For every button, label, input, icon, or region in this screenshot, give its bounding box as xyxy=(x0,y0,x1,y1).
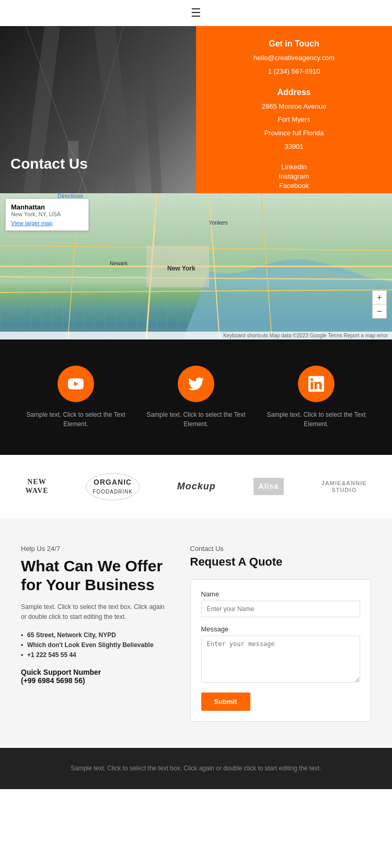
message-form-group: Message xyxy=(201,625,361,685)
hamburger-icon[interactable]: ☰ xyxy=(191,6,201,20)
logo-organic: ORGANICFOODADRINK xyxy=(86,473,140,500)
logo-mockup-text: Mockup xyxy=(177,481,216,492)
offer-list-item-1: 65 Street, Network City, NYPD xyxy=(21,631,169,639)
linkedin-text: Sample text. Click to select the Text El… xyxy=(262,410,371,429)
map-directions-btn[interactable]: Directions xyxy=(57,193,83,199)
logos-section: NEWWAVE ORGANICFOODADRINK Mockup Alisa J… xyxy=(0,455,392,519)
map-section: New York Newark Yonkers Manhattan Direct… xyxy=(0,193,392,339)
map-background: New York Newark Yonkers Manhattan Direct… xyxy=(0,193,392,339)
linkedin-icon xyxy=(308,376,324,392)
offer-title-line1: What Can We Offer xyxy=(21,557,163,574)
offer-list: 65 Street, Network City, NYPD Which don'… xyxy=(21,631,169,659)
svg-line-2 xyxy=(146,26,157,193)
map-location-name: Manhattan xyxy=(11,203,45,211)
twitter-circle-button[interactable] xyxy=(178,366,214,402)
hero-title: Contact Us xyxy=(10,156,88,172)
contact-right-panel: Contact Us Request A Quote Name Message … xyxy=(190,545,372,722)
twitter-text: Sample text. Click to select the Text El… xyxy=(142,410,250,429)
page-footer: Sample text. Click to select the text bo… xyxy=(0,748,392,789)
address-line4: 33901 xyxy=(212,142,376,153)
contact-left-panel: Help Us 24/7 What Can We Offer for Your … xyxy=(21,545,169,722)
logo-organic-text: ORGANICFOODADRINK xyxy=(86,473,140,500)
offer-title: What Can We Offer for Your Business xyxy=(21,557,169,594)
youtube-icon xyxy=(68,376,84,392)
logo-jamie-annie-text: JAMIE&ANNIESTUDIO xyxy=(321,480,367,494)
youtube-circle-button[interactable] xyxy=(57,366,94,402)
twitter-icon xyxy=(188,376,204,392)
youtube-text: Sample text. Click to select the Text El… xyxy=(22,410,130,429)
offer-description: Sample text. Click to select the text bo… xyxy=(21,602,169,622)
name-label: Name xyxy=(201,590,361,598)
map-zoom-out-button[interactable]: − xyxy=(373,304,386,318)
address-line1: 2865 Monroe Avenue xyxy=(212,101,376,112)
social-item-youtube: Sample text. Click to select the Text El… xyxy=(22,366,130,429)
name-form-group: Name xyxy=(201,590,361,617)
logo-new-wave: NEWWAVE xyxy=(25,478,48,496)
contact-us-label: Contact Us xyxy=(190,545,372,553)
social-links: LinkedIn Instagram Facebook xyxy=(212,163,376,190)
address-line3: Province full Florida xyxy=(212,128,376,139)
logo-mockup: Mockup xyxy=(177,481,216,492)
footer-text: Sample text. Click to select the text bo… xyxy=(21,764,371,773)
social-item-twitter: Sample text. Click to select the Text El… xyxy=(142,366,250,429)
offer-list-item-3: +1 222 545 55 44 xyxy=(21,651,169,659)
address-line2: Fort Myers xyxy=(212,114,376,125)
quick-support-label: Quick Support Number (+99 6984 5698 56) xyxy=(21,668,169,685)
map-view-larger-link[interactable]: View larger map xyxy=(11,220,83,226)
linkedin-circle-button[interactable] xyxy=(298,366,335,402)
contact-form: Name Message Submit xyxy=(190,579,372,722)
hero-image: Contact Us xyxy=(0,26,196,193)
svg-text:New York: New York xyxy=(167,265,195,272)
map-footer: Keyboard shortcuts Map data ©2023 Google… xyxy=(0,332,392,339)
quote-title: Request A Quote xyxy=(190,555,372,569)
contact-form-section: Help Us 24/7 What Can We Offer for Your … xyxy=(0,519,392,748)
map-info-box: Manhattan Directions New York, NY, USA V… xyxy=(5,198,89,231)
top-navigation: ☰ xyxy=(0,0,392,26)
social-item-linkedin: Sample text. Click to select the Text El… xyxy=(262,366,371,429)
map-zoom-controls: + − xyxy=(372,290,387,319)
social-icons-section: Sample text. Click to select the Text El… xyxy=(0,339,392,455)
map-footer-text: Keyboard shortcuts Map data ©2023 Google… xyxy=(223,333,388,338)
hero-info-panel: Get in Touch hello@creativeagency.com 1 … xyxy=(196,26,392,193)
message-textarea[interactable] xyxy=(201,636,361,683)
logo-new-wave-text: NEWWAVE xyxy=(25,478,48,496)
offer-list-item-2: Which don't Look Even Slightly Believabl… xyxy=(21,641,169,649)
svg-text:Newark: Newark xyxy=(110,261,128,266)
message-label: Message xyxy=(201,625,361,633)
svg-text:Yonkers: Yonkers xyxy=(209,220,228,226)
name-input[interactable] xyxy=(201,601,361,617)
logo-alisa: Alisa xyxy=(253,478,284,495)
linkedin-link[interactable]: LinkedIn xyxy=(281,163,307,171)
hero-section: Contact Us Get in Touch hello@creativeag… xyxy=(0,26,392,193)
address-title: Address xyxy=(212,88,376,97)
help-label: Help Us 24/7 xyxy=(21,545,169,553)
instagram-link[interactable]: Instagram xyxy=(279,172,309,180)
logo-alisa-text: Alisa xyxy=(253,478,284,495)
map-zoom-in-button[interactable]: + xyxy=(373,291,386,304)
hero-phone: 1 (234) 567-8910 xyxy=(212,66,376,77)
facebook-link[interactable]: Facebook xyxy=(279,182,309,190)
submit-button[interactable]: Submit xyxy=(201,693,250,711)
hero-email: hello@creativeagency.com xyxy=(212,53,376,64)
svg-line-1 xyxy=(105,26,125,193)
offer-title-line2: for Your Business xyxy=(21,576,155,593)
contact-title: Get in Touch xyxy=(212,39,376,49)
logo-jamie-annie: JAMIE&ANNIESTUDIO xyxy=(321,480,367,494)
map-location-sub: New York, NY, USA xyxy=(11,211,83,217)
